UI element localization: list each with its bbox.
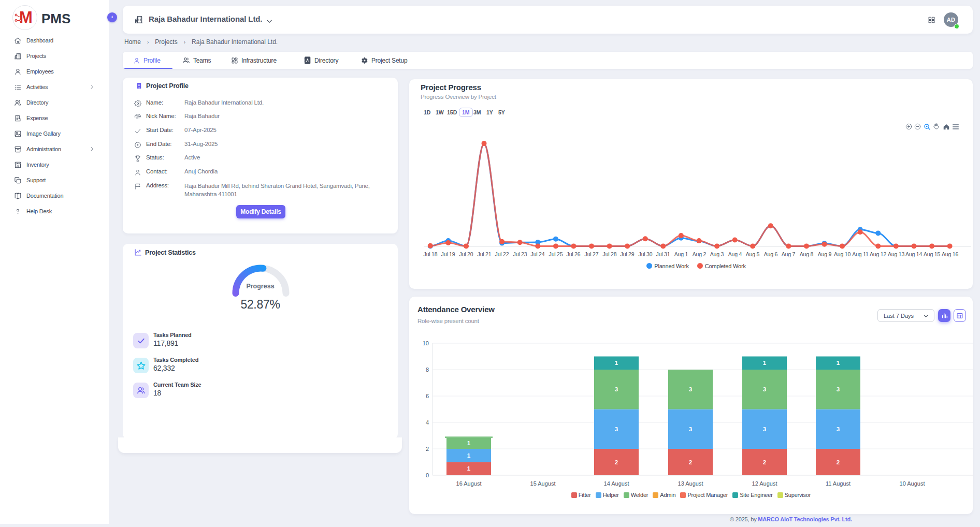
svg-text:1: 1 — [837, 360, 840, 366]
svg-text:3: 3 — [689, 386, 692, 392]
svg-text:3: 3 — [615, 426, 618, 432]
svg-text:6: 6 — [426, 393, 429, 399]
svg-text:2: 2 — [763, 459, 766, 465]
svg-text:1: 1 — [467, 440, 471, 446]
svg-text:4: 4 — [426, 419, 429, 426]
svg-text:11 August: 11 August — [826, 480, 851, 487]
svg-text:3: 3 — [763, 426, 766, 432]
svg-text:10: 10 — [423, 340, 429, 346]
svg-text:16 August: 16 August — [456, 480, 482, 487]
svg-text:3: 3 — [837, 426, 840, 432]
svg-text:2: 2 — [426, 446, 429, 452]
svg-text:1: 1 — [467, 465, 471, 472]
svg-text:1: 1 — [467, 452, 471, 459]
svg-text:2: 2 — [615, 459, 618, 465]
svg-text:14 August: 14 August — [604, 480, 629, 487]
svg-text:2: 2 — [837, 459, 840, 465]
svg-text:10 August: 10 August — [900, 480, 925, 487]
svg-text:3: 3 — [615, 386, 618, 392]
svg-text:8: 8 — [426, 367, 429, 373]
svg-text:15 August: 15 August — [530, 480, 556, 487]
svg-text:1: 1 — [615, 360, 618, 366]
svg-text:12 August: 12 August — [752, 480, 777, 487]
svg-text:1: 1 — [763, 360, 767, 366]
svg-text:3: 3 — [689, 426, 692, 432]
svg-text:0: 0 — [426, 472, 429, 478]
svg-text:3: 3 — [763, 386, 766, 392]
svg-text:2: 2 — [689, 459, 692, 465]
svg-text:3: 3 — [837, 386, 840, 392]
svg-text:13 August: 13 August — [678, 480, 703, 487]
